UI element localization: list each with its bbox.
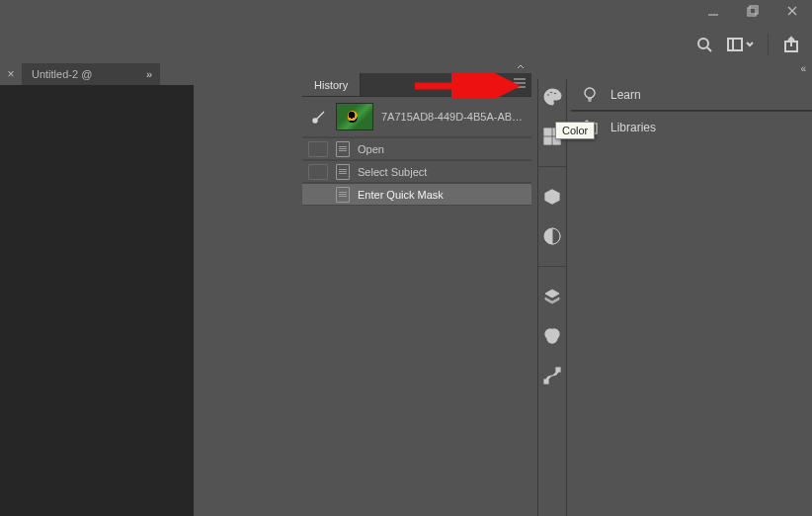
history-state-enter-quick-mask[interactable]: Enter Quick Mask [302,183,531,206]
share-icon[interactable] [782,36,800,53]
arrange-documents-icon[interactable] [727,38,754,51]
document-tab[interactable]: Untitled-2 @ [22,63,138,85]
svg-rect-1 [750,6,758,14]
minimize-button[interactable] [693,0,733,22]
history-state-select-subject[interactable]: Select Subject [302,160,531,183]
restore-button[interactable] [733,0,772,22]
right-panel-group: Learn Libraries [571,79,812,516]
history-source-row[interactable]: 7A715AD8-449D-4B5A-ABA2C... [302,97,531,137]
svg-line-6 [707,47,711,51]
lightbulb-icon [579,84,601,106]
svg-rect-19 [544,129,551,135]
panel-collapse-handle[interactable] [302,59,531,73]
svg-rect-27 [544,380,548,384]
history-brush-target[interactable] [308,187,328,203]
channels-icon[interactable] [542,326,562,346]
tooltip-color: Color [555,122,595,139]
history-state-open[interactable]: Open [302,137,531,160]
document-icon [336,187,350,203]
panel-learn[interactable]: Learn [571,79,812,111]
close-document-button[interactable]: × [0,67,22,81]
adjustments-icon[interactable] [542,226,562,246]
strip-separator [538,166,566,167]
history-source-label: 7A715AD8-449D-4B5A-ABA2C... [381,111,524,123]
canvas-area[interactable] [0,85,194,516]
color-palette-icon[interactable] [542,87,562,107]
svg-point-14 [313,119,317,123]
svg-rect-21 [544,137,551,144]
document-tab-overflow[interactable]: » [138,63,160,85]
history-panel: History 7A715AD8-449D-4B5A-ABA2C... Open… [302,59,531,516]
history-brush-target[interactable] [308,141,328,157]
document-icon [336,141,350,157]
history-state-label: Open [358,143,531,155]
panel-learn-label: Learn [610,88,641,102]
document-tab-bar: × Untitled-2 @ » [0,63,160,85]
panel-icon-strip [537,79,567,516]
history-source-thumbnail [336,103,373,130]
history-brush-icon [310,108,328,126]
close-window-button[interactable] [772,0,812,22]
window-controls [693,0,812,22]
strip-separator [538,266,566,267]
svg-point-16 [547,94,550,97]
3d-icon[interactable] [542,187,562,207]
history-state-label: Enter Quick Mask [358,189,531,201]
svg-point-29 [585,88,595,98]
document-icon [336,164,350,180]
svg-point-5 [698,39,708,48]
history-state-label: Select Subject [358,166,531,178]
svg-rect-28 [556,368,560,372]
options-bar [0,30,812,59]
tab-history[interactable]: History [302,73,361,96]
svg-point-17 [550,91,553,94]
paths-icon[interactable] [542,366,562,386]
svg-point-18 [554,92,557,95]
separator [768,34,769,55]
svg-rect-7 [728,39,742,50]
document-tab-title: Untitled-2 @ [32,68,92,80]
panel-libraries-label: Libraries [610,121,656,134]
search-icon[interactable] [695,36,713,53]
tab-history-label: History [314,79,348,91]
annotation-arrow [415,73,533,99]
svg-point-26 [547,333,557,343]
history-state-list: Open Select Subject Enter Quick Mask [302,137,531,206]
panel-libraries[interactable]: Libraries [571,112,812,143]
collapse-right-chevron[interactable]: « [800,63,806,74]
layers-icon[interactable] [542,287,562,306]
history-brush-target[interactable] [308,164,328,180]
svg-rect-2 [748,8,756,16]
